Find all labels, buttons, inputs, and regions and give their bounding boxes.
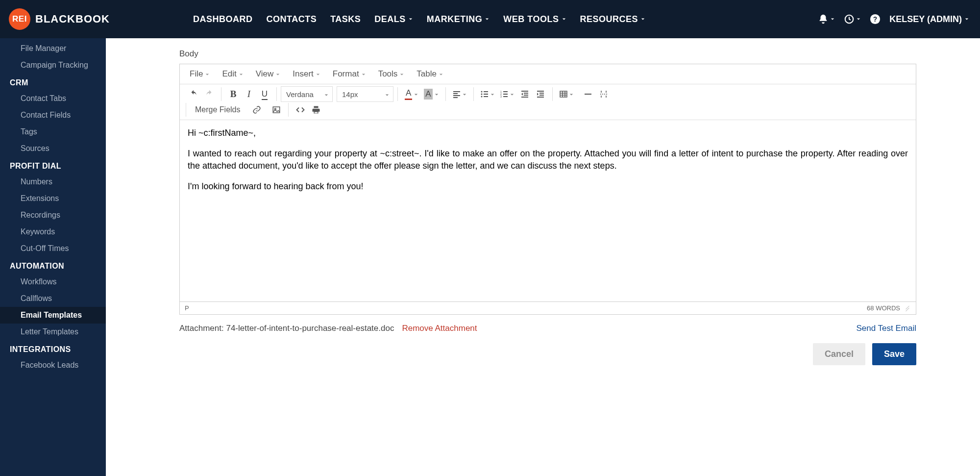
menubar-label: File (190, 69, 203, 79)
sidebar-item-tags[interactable]: Tags (0, 124, 106, 140)
menubar-label: Table (416, 69, 437, 79)
bold-button[interactable]: B (225, 86, 241, 102)
sidebar-heading: AUTOMATION (0, 257, 106, 274)
image-button[interactable] (269, 102, 284, 118)
horizontal-rule-button[interactable] (580, 86, 596, 102)
cancel-button[interactable]: Cancel (813, 343, 865, 365)
sidebar-item-contact-tabs[interactable]: Contact Tabs (0, 90, 106, 107)
sidebar-item-callflows[interactable]: Callflows (0, 290, 106, 307)
chevron-down-icon (463, 90, 466, 99)
chevron-down-icon (362, 69, 366, 79)
chevron-down-icon (239, 69, 243, 79)
menubar-format[interactable]: Format (328, 67, 370, 81)
svg-point-5 (481, 96, 482, 98)
svg-text:?: ? (873, 16, 877, 23)
sidebar-heading: INTEGRATIONS (0, 340, 106, 357)
svg-point-3 (481, 91, 482, 93)
nav-item-contacts[interactable]: CONTACTS (267, 14, 317, 25)
sidebar-item-numbers[interactable]: Numbers (0, 174, 106, 190)
undo-button[interactable] (186, 86, 201, 102)
nav-item-deals[interactable]: DEALS (374, 14, 413, 25)
sidebar-item-keywords[interactable]: Keywords (0, 224, 106, 240)
sidebar-item-email-templates[interactable]: Email Templates (0, 307, 106, 324)
font-family-value: Verdana (286, 90, 314, 99)
nav-item-dashboard[interactable]: DASHBOARD (193, 14, 253, 25)
nav-item-marketing[interactable]: MARKETING (427, 14, 490, 25)
user-menu[interactable]: KELSEY (ADMIN) (889, 14, 969, 25)
menubar-label: Edit (222, 69, 236, 79)
sidebar-item-campaign-tracking[interactable]: Campaign Tracking (0, 57, 106, 74)
table-button[interactable] (557, 86, 576, 102)
merge-fields-button[interactable]: Merge Fields (190, 102, 245, 118)
numbered-list-button[interactable]: 123 (497, 86, 517, 102)
menubar-table[interactable]: Table (412, 67, 448, 81)
nav-item-label: CONTACTS (267, 14, 317, 25)
help-icon[interactable]: ? (870, 14, 881, 25)
italic-button[interactable]: I (241, 86, 257, 102)
main-content: Body FileEditViewInsertFormatToolsTable … (106, 38, 980, 476)
sidebar-item-cut-off-times[interactable]: Cut-Off Times (0, 240, 106, 257)
nav-item-label: TASKS (330, 14, 361, 25)
sidebar-item-facebook-leads[interactable]: Facebook Leads (0, 357, 106, 374)
menubar-label: Insert (293, 69, 314, 79)
nav-item-label: WEB TOOLS (503, 14, 559, 25)
outdent-button[interactable] (517, 86, 533, 102)
editor-content[interactable]: Hi ~c:firstName~, I wanted to reach out … (180, 120, 916, 301)
font-size-select[interactable]: 14px (337, 86, 393, 102)
menubar-view[interactable]: View (251, 67, 285, 81)
nav-item-label: DEALS (374, 14, 406, 25)
editor-statusbar: P 68 WORDS (180, 301, 916, 314)
redo-button[interactable] (201, 86, 217, 102)
page-break-button[interactable] (596, 86, 612, 102)
svg-rect-10 (273, 107, 280, 113)
svg-point-4 (481, 94, 482, 95)
brand-logo[interactable]: REI BLACKBOOK (9, 8, 110, 30)
print-button[interactable] (308, 102, 324, 118)
sidebar-item-letter-templates[interactable]: Letter Templates (0, 324, 106, 340)
chevron-down-icon (276, 69, 280, 79)
resize-handle[interactable] (904, 304, 911, 311)
align-button[interactable] (450, 86, 469, 102)
chevron-down-icon (205, 69, 209, 79)
underline-button[interactable]: U (257, 86, 272, 102)
chevron-down-icon (569, 90, 573, 99)
sidebar-item-workflows[interactable]: Workflows (0, 274, 106, 290)
sidebar-item-file-manager[interactable]: File Manager (0, 40, 106, 57)
editor-toolbar: B I U Verdana 14px (180, 84, 916, 120)
nav-item-tasks[interactable]: TASKS (330, 14, 361, 25)
menubar-edit[interactable]: Edit (217, 67, 247, 81)
text-color-button[interactable]: A (402, 86, 421, 102)
menubar-label: View (256, 69, 274, 79)
source-code-button[interactable] (293, 102, 308, 118)
remove-attachment-link[interactable]: Remove Attachment (402, 324, 477, 333)
nav-item-resources[interactable]: RESOURCES (580, 14, 646, 25)
send-test-email-link[interactable]: Send Test Email (856, 324, 916, 333)
chevron-down-icon (641, 17, 645, 22)
sidebar-item-sources[interactable]: Sources (0, 140, 106, 157)
attachment-filename: 74-letter-of-intent-to-purchase-real-est… (226, 324, 394, 333)
sidebar-item-contact-fields[interactable]: Contact Fields (0, 107, 106, 124)
link-button[interactable] (249, 102, 265, 118)
attachment-row: Attachment: 74-letter-of-intent-to-purch… (179, 324, 916, 333)
nav-right: ? KELSEY (ADMIN) (818, 14, 969, 25)
chevron-down-icon (831, 17, 835, 22)
notifications-icon[interactable] (818, 14, 835, 25)
element-path[interactable]: P (185, 304, 189, 312)
menubar-insert[interactable]: Insert (288, 67, 325, 81)
sidebar-item-extensions[interactable]: Extensions (0, 190, 106, 207)
indent-button[interactable] (533, 86, 548, 102)
menubar-tools[interactable]: Tools (373, 67, 409, 81)
highlight-color-button[interactable]: A (421, 86, 441, 102)
nav-item-label: RESOURCES (580, 14, 638, 25)
nav-item-web-tools[interactable]: WEB TOOLS (503, 14, 566, 25)
sidebar-item-recordings[interactable]: Recordings (0, 207, 106, 224)
sidebar-heading: CRM (0, 74, 106, 90)
save-button[interactable]: Save (872, 343, 916, 365)
bullet-list-button[interactable] (478, 86, 497, 102)
top-navbar: REI BLACKBOOK DASHBOARDCONTACTSTASKSDEAL… (0, 0, 980, 38)
chevron-down-icon (409, 17, 413, 22)
history-icon[interactable] (844, 14, 861, 25)
word-count: 68 WORDS (867, 304, 900, 312)
font-family-select[interactable]: Verdana (281, 86, 333, 102)
menubar-file[interactable]: File (185, 67, 214, 81)
